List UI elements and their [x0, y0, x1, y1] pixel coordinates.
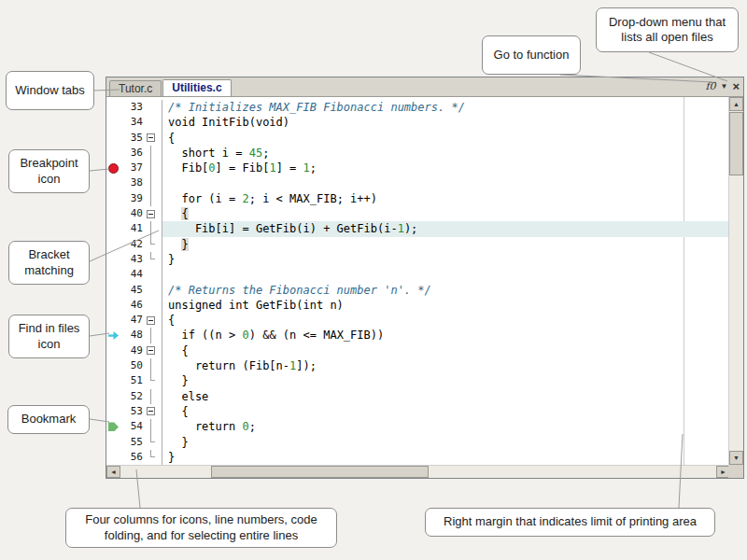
- code-line[interactable]: 54 return 0;: [106, 419, 729, 434]
- horizontal-scrollbar[interactable]: ◄ ►: [106, 465, 730, 478]
- code-line[interactable]: 41 Fib[i] = GetFib(i) + GetFib(i-1);: [106, 221, 729, 236]
- code-text[interactable]: short i = 45;: [162, 146, 729, 161]
- code-text[interactable]: Fib[i] = GetFib(i) + GetFib(i-1);: [162, 221, 729, 236]
- code-line[interactable]: 47{: [106, 313, 729, 328]
- fold-column-cell[interactable]: [146, 131, 157, 146]
- icon-column-cell[interactable]: [106, 435, 120, 450]
- code-line[interactable]: 43}: [106, 252, 729, 267]
- vertical-scrollbar-thumb[interactable]: [729, 112, 743, 175]
- bookmark-icon[interactable]: [108, 422, 119, 431]
- icon-column-cell[interactable]: [106, 313, 120, 328]
- icon-column-cell[interactable]: [106, 115, 120, 130]
- icon-column-cell[interactable]: [106, 298, 120, 313]
- code-line[interactable]: 33/* Initializes MAX_FIB Fibonacci numbe…: [106, 100, 729, 115]
- icon-column-cell[interactable]: [106, 221, 120, 236]
- fold-column-cell[interactable]: [146, 343, 157, 358]
- code-line[interactable]: 52 else: [106, 389, 729, 404]
- tab-tutor-c[interactable]: Tutor.c: [109, 80, 162, 96]
- scroll-up-arrow-icon[interactable]: ▲: [729, 97, 743, 111]
- icon-column-cell[interactable]: [106, 175, 120, 190]
- icon-column-cell[interactable]: [106, 450, 120, 465]
- code-text[interactable]: void InitFib(void): [162, 115, 729, 130]
- fold-collapse-icon[interactable]: [147, 133, 155, 142]
- code-text[interactable]: else: [162, 389, 729, 404]
- icon-column-cell[interactable]: [106, 161, 120, 175]
- code-text[interactable]: }: [162, 450, 729, 465]
- fold-collapse-icon[interactable]: [147, 316, 155, 325]
- code-text[interactable]: /* Returns the Fibonacci number 'n'. */: [162, 283, 729, 298]
- code-text[interactable]: }: [162, 237, 729, 252]
- code-line[interactable]: 37 Fib[0] = Fib[1] = 1;: [106, 161, 729, 175]
- icon-column-cell[interactable]: [106, 358, 120, 373]
- breakpoint-icon[interactable]: [108, 163, 119, 174]
- code-line[interactable]: 49 {: [106, 343, 729, 358]
- code-text[interactable]: {: [162, 313, 729, 328]
- close-icon[interactable]: ×: [732, 82, 740, 91]
- scroll-left-arrow-icon[interactable]: ◄: [106, 466, 120, 478]
- code-line[interactable]: 48 if ((n > 0) && (n <= MAX_FIB)): [106, 328, 729, 343]
- icon-column-cell[interactable]: [106, 389, 120, 404]
- code-line[interactable]: 55 }: [106, 435, 729, 450]
- code-text[interactable]: {: [162, 206, 729, 221]
- open-files-dropdown-icon[interactable]: ▼: [720, 82, 727, 91]
- code-line[interactable]: 56}: [106, 450, 729, 465]
- icon-column-cell[interactable]: [106, 283, 120, 298]
- code-line[interactable]: 44: [106, 267, 729, 282]
- fold-column-cell[interactable]: [146, 404, 157, 419]
- fold-column-cell[interactable]: [146, 313, 157, 328]
- icon-column-cell[interactable]: [106, 191, 120, 206]
- code-area[interactable]: 33/* Initializes MAX_FIB Fibonacci numbe…: [106, 97, 729, 465]
- icon-column-cell[interactable]: [106, 237, 120, 252]
- code-line[interactable]: 53 {: [106, 404, 729, 419]
- icon-column-cell[interactable]: [106, 267, 120, 282]
- code-line[interactable]: 39 for (i = 2; i < MAX_FIB; i++): [106, 191, 729, 206]
- scroll-down-arrow-icon[interactable]: ▼: [729, 451, 743, 465]
- vertical-scrollbar[interactable]: ▲ ▼: [728, 97, 743, 465]
- fold-collapse-icon[interactable]: [147, 346, 155, 355]
- icon-column-cell[interactable]: [106, 131, 120, 146]
- code-line[interactable]: 36 short i = 45;: [106, 146, 729, 161]
- fold-collapse-icon[interactable]: [147, 407, 155, 415]
- code-line[interactable]: 42 }: [106, 237, 729, 252]
- icon-column-cell[interactable]: [106, 343, 120, 358]
- code-text[interactable]: [162, 267, 729, 282]
- fold-column-cell: [146, 191, 157, 206]
- horizontal-scrollbar-thumb[interactable]: [211, 466, 429, 478]
- code-line[interactable]: 46unsigned int GetFib(int n): [106, 298, 729, 313]
- icon-column-cell[interactable]: [106, 328, 120, 343]
- code-line[interactable]: 50 return (Fib[n-1]);: [106, 358, 729, 373]
- code-text[interactable]: [162, 175, 729, 190]
- code-text[interactable]: return (Fib[n-1]);: [162, 358, 729, 373]
- code-text[interactable]: }: [162, 252, 729, 267]
- code-text[interactable]: for (i = 2; i < MAX_FIB; i++): [162, 191, 729, 206]
- fold-collapse-icon[interactable]: [147, 210, 155, 218]
- code-text[interactable]: }: [162, 435, 729, 450]
- code-text[interactable]: /* Initializes MAX_FIB Fibonacci numbers…: [162, 100, 729, 115]
- code-text[interactable]: if ((n > 0) && (n <= MAX_FIB)): [162, 328, 729, 343]
- icon-column-cell[interactable]: [106, 373, 120, 388]
- tab-utilities-c[interactable]: Utilities.c: [162, 79, 231, 96]
- code-text[interactable]: return 0;: [162, 419, 729, 434]
- code-line[interactable]: 35{: [106, 131, 729, 146]
- code-line[interactable]: 45/* Returns the Fibonacci number 'n'. *…: [106, 283, 729, 298]
- code-text[interactable]: Fib[0] = Fib[1] = 1;: [162, 161, 729, 175]
- icon-column-cell[interactable]: [106, 404, 120, 419]
- icon-column-cell[interactable]: [106, 100, 120, 115]
- code-line[interactable]: 51 }: [106, 373, 729, 388]
- icon-column-cell[interactable]: [106, 252, 120, 267]
- fold-column-cell[interactable]: [146, 206, 157, 221]
- code-line[interactable]: 34void InitFib(void): [106, 115, 729, 130]
- code-text[interactable]: {: [162, 343, 729, 358]
- code-text[interactable]: }: [162, 373, 729, 388]
- callout-right-margin: Right margin that indicates limit of pri…: [425, 508, 715, 537]
- find-in-files-icon[interactable]: [108, 331, 119, 340]
- code-line[interactable]: 40 {: [106, 206, 729, 221]
- code-line[interactable]: 38: [106, 175, 729, 190]
- code-text[interactable]: unsigned int GetFib(int n): [162, 298, 729, 313]
- icon-column-cell[interactable]: [106, 146, 120, 161]
- go-to-function-button[interactable]: f0: [705, 80, 715, 92]
- code-text[interactable]: {: [162, 404, 729, 419]
- code-text[interactable]: {: [162, 131, 729, 146]
- icon-column-cell[interactable]: [106, 419, 120, 434]
- icon-column-cell[interactable]: [106, 206, 120, 221]
